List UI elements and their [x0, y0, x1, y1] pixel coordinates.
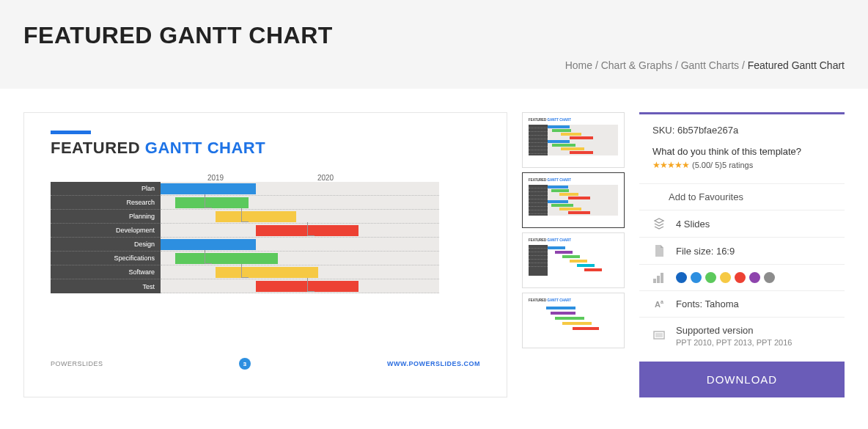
- gantt-chart: 2019 2020 Plan Research Planning Develop…: [51, 174, 480, 293]
- gantt-bar: [256, 281, 358, 292]
- meta-slides: 4 Slides: [639, 210, 845, 237]
- info-sidebar: SKU: 6b57bfae267a What do you think of t…: [639, 112, 845, 397]
- color-swatch[interactable]: [676, 272, 687, 283]
- thumb-mini: [529, 245, 618, 276]
- thumb-title: FEATURED GANTT CHART: [529, 298, 609, 301]
- meta-supported: Supported version PPT 2010, PPT 2013, PP…: [639, 317, 845, 354]
- thumbnail-1[interactable]: FEATURED GANTT CHART: [522, 112, 625, 168]
- svg-rect-0: [653, 279, 656, 283]
- meta-list: Add to Favourites 4 Slides File size: 16…: [639, 183, 845, 354]
- color-swatch[interactable]: [691, 272, 702, 283]
- meta-colors: [639, 264, 845, 290]
- thumb-mini: [529, 185, 618, 216]
- rating[interactable]: ★★★★★ (5.00/ 5)5 ratings: [652, 160, 834, 170]
- gantt-area: Plan Research Planning Development Desig…: [51, 182, 480, 293]
- download-button[interactable]: DOWNLOAD: [639, 362, 845, 397]
- meta-filesize: File size: 16:9: [639, 237, 845, 264]
- svg-rect-2: [661, 273, 663, 283]
- gantt-row: [161, 279, 439, 293]
- page-header: FEATURED GANTT CHART Home / Chart & Grap…: [0, 0, 868, 89]
- slides-icon: [652, 218, 666, 230]
- color-swatch[interactable]: [749, 272, 760, 283]
- content: FEATURED GANTT CHART 2019 2020 Plan Rese…: [0, 89, 868, 397]
- gantt-bar: [256, 225, 358, 236]
- gantt-label: Development: [51, 224, 161, 238]
- slide-logo: POWERSLIDES: [51, 360, 103, 367]
- gantt-bar: [161, 183, 256, 194]
- gantt-years: 2019 2020: [161, 174, 480, 182]
- rating-text: (5.00/ 5)5 ratings: [692, 161, 753, 169]
- breadcrumb-home[interactable]: Home: [565, 59, 592, 71]
- breadcrumb: Home / Chart & Graphs / Gantt Charts / F…: [23, 59, 845, 71]
- slide-preview: FEATURED GANTT CHART 2019 2020 Plan Rese…: [23, 112, 507, 397]
- file-icon: [652, 245, 666, 257]
- slide-title: FEATURED GANTT CHART: [51, 139, 480, 158]
- slide-accent: [51, 131, 91, 134]
- thumb-mini: [529, 305, 618, 336]
- slide-page-number: 3: [239, 358, 251, 370]
- meta-supported-title: Supported version: [676, 325, 792, 336]
- palette-icon: [652, 273, 666, 283]
- gantt-labels: Plan Research Planning Development Desig…: [51, 182, 161, 293]
- font-icon: Aa: [652, 299, 666, 309]
- thumb-title: FEATURED GANTT CHART: [529, 177, 609, 181]
- meta-filesize-text: File size: 16:9: [676, 246, 735, 257]
- gantt-bar: [216, 267, 318, 278]
- gantt-label: Planning: [51, 210, 161, 224]
- breadcrumb-sep: /: [742, 59, 745, 71]
- meta-supported-sub: PPT 2010, PPT 2013, PPT 2016: [676, 338, 792, 347]
- thumb-title: FEATURED GANTT CHART: [529, 117, 609, 121]
- year-label: 2020: [271, 174, 380, 182]
- gantt-row: [161, 196, 439, 210]
- breadcrumb-gantt-charts[interactable]: Gantt Charts: [681, 59, 739, 71]
- add-favourites-button[interactable]: Add to Favourites: [639, 183, 845, 210]
- gantt-label: Specifications: [51, 252, 161, 265]
- gantt-row: [161, 238, 439, 252]
- slide-footer: POWERSLIDES 3 WWW.POWERSLIDES.COM: [51, 358, 480, 370]
- gantt-row: [161, 224, 439, 238]
- gantt-label: Test: [51, 279, 161, 293]
- thumbnail-4[interactable]: FEATURED GANTT CHART: [522, 293, 625, 348]
- year-label: 2019: [161, 174, 271, 182]
- gantt-bar: [161, 239, 256, 250]
- rating-prompt: What do you think of this template?: [652, 146, 834, 157]
- breadcrumb-sep: /: [595, 59, 598, 71]
- thumbnail-2[interactable]: FEATURED GANTT CHART: [522, 172, 625, 228]
- breadcrumb-chart-graphs[interactable]: Chart & Graphs: [601, 59, 672, 71]
- meta-supported-wrap: Supported version PPT 2010, PPT 2013, PP…: [676, 325, 792, 347]
- logo-a: POWER: [51, 360, 78, 367]
- gantt-row: [161, 265, 439, 279]
- slide-canvas: FEATURED GANTT CHART 2019 2020 Plan Rese…: [24, 113, 507, 377]
- gantt-row: [161, 252, 439, 265]
- gantt-bar: [175, 253, 278, 264]
- thumb-title: FEATURED GANTT CHART: [529, 238, 609, 241]
- color-swatch[interactable]: [705, 272, 716, 283]
- meta-fonts: Aa Fonts: Tahoma: [639, 290, 845, 317]
- gantt-row: [161, 182, 439, 196]
- page-title: FEATURED GANTT CHART: [23, 22, 845, 49]
- meta-fonts-text: Fonts: Tahoma: [676, 298, 739, 309]
- gantt-label: Plan: [51, 182, 161, 196]
- gantt-label: Design: [51, 238, 161, 252]
- thumb-mini: [529, 125, 618, 155]
- thumbnail-3[interactable]: FEATURED GANTT CHART: [522, 232, 625, 288]
- breadcrumb-sep: /: [675, 59, 678, 71]
- version-icon: [652, 331, 666, 341]
- sku: SKU: 6b57bfae267a: [652, 125, 834, 136]
- slide-title-a: FEATURED: [51, 139, 145, 157]
- slide-footer-url: WWW.POWERSLIDES.COM: [387, 360, 480, 367]
- color-swatch[interactable]: [764, 272, 775, 283]
- gantt-label: Software: [51, 265, 161, 279]
- color-swatches: [676, 272, 775, 283]
- breadcrumb-current: Featured Gantt Chart: [748, 59, 845, 71]
- gantt-bar: [216, 211, 296, 222]
- meta-slides-text: 4 Slides: [676, 219, 710, 230]
- gantt-row: [161, 210, 439, 224]
- slide-title-b: GANTT CHART: [145, 139, 265, 157]
- color-swatch[interactable]: [735, 272, 746, 283]
- svg-rect-4: [655, 333, 663, 337]
- logo-b: SLIDES: [78, 360, 103, 367]
- gantt-label: Research: [51, 196, 161, 210]
- gantt-bars: [161, 182, 439, 293]
- color-swatch[interactable]: [720, 272, 731, 283]
